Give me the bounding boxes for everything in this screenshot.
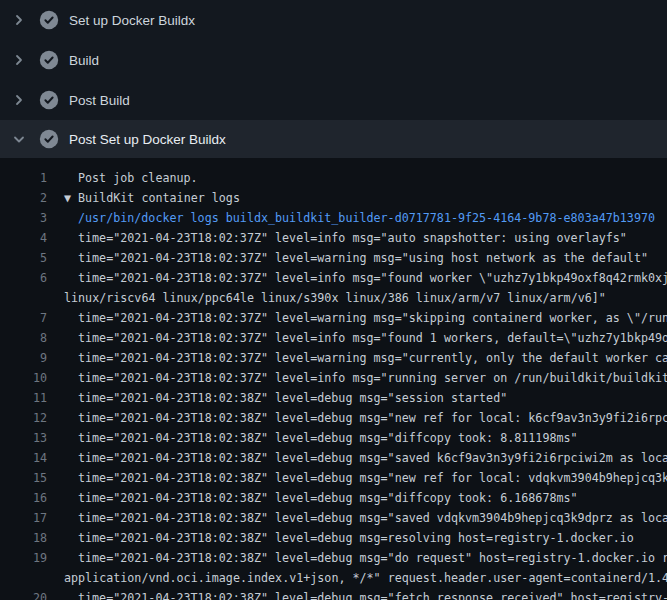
log-text: time="2021-04-23T18:02:38Z" level=debug … [47,388,507,408]
collapse-triangle-icon[interactable]: ▼ [64,191,78,205]
line-number[interactable]: 4 [0,228,47,248]
line-number[interactable]: 8 [0,328,47,348]
log-line: 1Post job cleanup. [0,168,667,188]
log-line: 10time="2021-04-23T18:02:37Z" level=info… [0,368,667,388]
chevron-right-icon[interactable] [11,52,27,68]
line-number[interactable]: 10 [0,368,47,388]
log-line: 13time="2021-04-23T18:02:38Z" level=debu… [0,428,667,448]
line-number[interactable]: 12 [0,408,47,428]
log-text: time="2021-04-23T18:02:38Z" level=debug … [47,528,634,548]
line-number[interactable]: 14 [0,448,47,468]
log-line: 5time="2021-04-23T18:02:37Z" level=warni… [0,248,667,268]
log-line: 20time="2021-04-23T18:02:38Z" level=debu… [0,588,667,600]
check-circle-icon [39,129,59,149]
line-number [0,568,47,588]
log-text: time="2021-04-23T18:02:38Z" level=debug … [47,468,667,488]
step-label: Set up Docker Buildx [69,13,195,28]
log-line: 7time="2021-04-23T18:02:37Z" level=warni… [0,308,667,328]
line-number[interactable]: 13 [0,428,47,448]
log-line: application/vnd.oci.image.index.v1+json,… [0,568,667,588]
line-number[interactable]: 20 [0,588,47,600]
log-text: time="2021-04-23T18:02:37Z" level=warnin… [47,308,667,328]
line-number[interactable]: 5 [0,248,47,268]
log-line: 14time="2021-04-23T18:02:38Z" level=debu… [0,448,667,468]
line-number[interactable]: 3 [0,208,47,228]
log-line: 18time="2021-04-23T18:02:38Z" level=debu… [0,528,667,548]
log-text: time="2021-04-23T18:02:38Z" level=debug … [47,428,578,448]
chevron-right-icon[interactable] [11,12,27,28]
log-line: 6time="2021-04-23T18:02:37Z" level=info … [0,268,667,288]
check-circle-icon [39,90,59,110]
line-number[interactable]: 17 [0,508,47,528]
log-text: application/vnd.oci.image.index.v1+json,… [47,568,667,588]
log-text: time="2021-04-23T18:02:38Z" level=debug … [47,508,667,528]
step-label: Post Set up Docker Buildx [69,132,226,147]
log-line: 12time="2021-04-23T18:02:38Z" level=debu… [0,408,667,428]
line-number[interactable]: 18 [0,528,47,548]
line-number [0,288,47,308]
log-line: 4time="2021-04-23T18:02:37Z" level=info … [0,228,667,248]
step-header-post-build[interactable]: Post Build [0,80,667,120]
line-number[interactable]: 19 [0,548,47,568]
log-line: 3/usr/bin/docker logs buildx_buildkit_bu… [0,208,667,228]
line-number[interactable]: 16 [0,488,47,508]
log-line: linux/riscv64 linux/ppc64le linux/s390x … [0,288,667,308]
log-line: 16time="2021-04-23T18:02:38Z" level=debu… [0,488,667,508]
line-number[interactable]: 6 [0,268,47,288]
log-text: Post job cleanup. [47,168,198,188]
log-line: 19time="2021-04-23T18:02:38Z" level=debu… [0,548,667,568]
line-number[interactable]: 1 [0,168,47,188]
line-number[interactable]: 9 [0,348,47,368]
check-circle-icon [39,10,59,30]
log-text: time="2021-04-23T18:02:37Z" level=info m… [47,268,667,288]
log-text: time="2021-04-23T18:02:38Z" level=debug … [47,548,667,568]
log-text: linux/riscv64 linux/ppc64le linux/s390x … [47,288,606,308]
line-number[interactable]: 7 [0,308,47,328]
log-text: time="2021-04-23T18:02:37Z" level=warnin… [47,348,667,368]
step-list: Set up Docker BuildxBuildPost BuildPost … [0,0,667,158]
log-text: time="2021-04-23T18:02:37Z" level=info m… [47,328,667,348]
line-number[interactable]: 15 [0,468,47,488]
line-number[interactable]: 11 [0,388,47,408]
log-line: 15time="2021-04-23T18:02:38Z" level=debu… [0,468,667,488]
log-text: time="2021-04-23T18:02:37Z" level=info m… [47,368,667,388]
step-label: Build [69,53,99,68]
chevron-right-icon[interactable] [11,92,27,108]
log-text: ▼ BuildKit container logs [47,188,240,208]
log-command-text: /usr/bin/docker logs buildx_buildkit_bui… [47,208,655,228]
step-header-build[interactable]: Build [0,40,667,80]
step-header-post-set-up-docker-buildx[interactable]: Post Set up Docker Buildx [0,120,667,158]
log-group-label: BuildKit container logs [78,191,240,205]
step-header-set-up-docker-buildx[interactable]: Set up Docker Buildx [0,0,667,40]
log-line: 11time="2021-04-23T18:02:38Z" level=debu… [0,388,667,408]
log-text: time="2021-04-23T18:02:38Z" level=debug … [47,588,667,600]
line-number[interactable]: 2 [0,188,47,208]
log-line: 17time="2021-04-23T18:02:38Z" level=debu… [0,508,667,528]
chevron-down-icon[interactable] [11,131,27,147]
check-circle-icon [39,50,59,70]
log-text: time="2021-04-23T18:02:38Z" level=debug … [47,488,578,508]
step-label: Post Build [69,93,130,108]
log-line: 8time="2021-04-23T18:02:37Z" level=info … [0,328,667,348]
log-text: time="2021-04-23T18:02:38Z" level=debug … [47,408,667,428]
log-line[interactable]: 2▼ BuildKit container logs [0,188,667,208]
log-viewer: 1Post job cleanup.2▼ BuildKit container … [0,158,667,600]
log-text: time="2021-04-23T18:02:38Z" level=debug … [47,448,667,468]
log-text: time="2021-04-23T18:02:37Z" level=warnin… [47,248,648,268]
log-text: time="2021-04-23T18:02:37Z" level=info m… [47,228,627,248]
log-line: 9time="2021-04-23T18:02:37Z" level=warni… [0,348,667,368]
